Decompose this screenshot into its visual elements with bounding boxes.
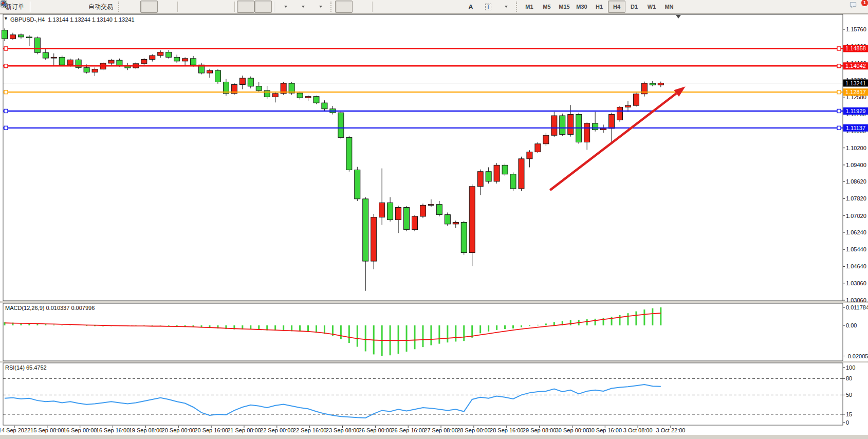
- line-handle[interactable]: [837, 109, 841, 113]
- fibonacci-button[interactable]: F: [445, 1, 462, 13]
- svg-text:15: 15: [846, 411, 852, 417]
- line-chart-button[interactable]: [158, 1, 175, 13]
- toolbar-separator: [372, 2, 373, 12]
- tile-windows-button[interactable]: [215, 1, 232, 13]
- svg-text:30 Sep 16:00: 30 Sep 16:00: [588, 427, 622, 433]
- toolbar-drag-handle[interactable]: [330, 2, 334, 12]
- signals-button[interactable]: [67, 1, 85, 13]
- svg-text:16 Sep 16:00: 16 Sep 16:00: [96, 427, 130, 433]
- line-handle[interactable]: [4, 126, 8, 130]
- indicators-button[interactable]: [311, 1, 329, 13]
- new-chart-caret-icon: [284, 6, 287, 8]
- svg-text:1.08620: 1.08620: [846, 178, 866, 185]
- svg-text:14 Sep 2022: 14 Sep 2022: [0, 427, 30, 433]
- svg-text:30 Sep 00:00: 30 Sep 00:00: [556, 427, 589, 433]
- search-icon: [0, 0, 8, 8]
- svg-text:3 Oct 08:00: 3 Oct 08:00: [623, 427, 653, 433]
- line-handle[interactable]: [837, 64, 841, 68]
- equidistant-channel-button[interactable]: E: [427, 1, 445, 13]
- svg-text:1.07020: 1.07020: [846, 213, 866, 219]
- macd-indicator-label: MACD(12,26,9) 0.010337 0.007996: [5, 305, 95, 311]
- timeframe-w1-button[interactable]: W1: [643, 1, 660, 13]
- timeframe-h4-button[interactable]: H4: [608, 1, 625, 13]
- rsi-indicator-label: RSI(14) 65.4752: [5, 364, 47, 371]
- cursor-button[interactable]: [335, 1, 353, 13]
- svg-text:21 Sep 08:00: 21 Sep 08:00: [227, 427, 261, 433]
- arrows-button[interactable]: [497, 1, 514, 13]
- text-button[interactable]: A: [462, 1, 479, 13]
- toolbar-separator: [274, 2, 274, 12]
- vertical-line-button[interactable]: [375, 1, 392, 13]
- horizontal-line-button[interactable]: [392, 1, 410, 13]
- candlestick-chart-button[interactable]: [140, 1, 158, 13]
- zoom-in-button[interactable]: [180, 1, 197, 13]
- navigator-button[interactable]: [50, 1, 67, 13]
- svg-text:1.09400: 1.09400: [846, 162, 866, 168]
- period-caret-icon: [302, 6, 305, 8]
- auto-trading-button[interactable]: 自动交易: [85, 1, 117, 13]
- chart-shift-button[interactable]: [254, 1, 272, 13]
- timeframe-d1-button[interactable]: D1: [625, 1, 643, 13]
- trendline-button[interactable]: [410, 1, 427, 13]
- timeframe-m15-button[interactable]: M15: [556, 1, 573, 13]
- svg-text:16 Sep 00:00: 16 Sep 00:00: [63, 427, 97, 433]
- svg-text:19 Sep 08:00: 19 Sep 08:00: [129, 427, 162, 433]
- timeframe-h1-button[interactable]: H1: [590, 1, 608, 13]
- line-handle[interactable]: [837, 90, 841, 94]
- toolbar-drag-handle[interactable]: [516, 2, 519, 12]
- timeframe-m30-button[interactable]: M30: [573, 1, 590, 13]
- toolbar-separator: [177, 2, 178, 12]
- svg-text:27 Sep 08:00: 27 Sep 08:00: [424, 427, 457, 433]
- svg-text:1.14042: 1.14042: [845, 63, 866, 69]
- auto-scroll-button[interactable]: [237, 1, 254, 13]
- svg-text:1.11137: 1.11137: [846, 125, 865, 131]
- line-handle[interactable]: [4, 109, 8, 113]
- svg-text:28 Sep 16:00: 28 Sep 16:00: [490, 427, 523, 433]
- svg-text:1.11929: 1.11929: [846, 108, 866, 114]
- bar-chart-button[interactable]: [123, 1, 140, 13]
- line-handle[interactable]: [837, 47, 841, 50]
- timeframe-m1-button[interactable]: M1: [521, 1, 538, 13]
- timeframe-mn-button[interactable]: MN: [660, 1, 678, 13]
- svg-text:50: 50: [846, 392, 852, 398]
- search-button[interactable]: [831, 1, 848, 13]
- window-bottom-strip: [0, 435, 868, 439]
- period-button[interactable]: [294, 1, 311, 13]
- text-label-icon: T: [485, 4, 491, 10]
- svg-text:1.05440: 1.05440: [846, 246, 866, 252]
- market-watch-button[interactable]: [32, 1, 50, 13]
- line-handle[interactable]: [4, 47, 8, 50]
- text-label-button[interactable]: T: [479, 1, 497, 13]
- panel-splitter[interactable]: [0, 301, 868, 303]
- svg-text:1.12817: 1.12817: [845, 89, 866, 95]
- mt4-window: 新订单 自动交易: [0, 0, 868, 439]
- svg-text:100: 100: [846, 364, 855, 371]
- new-chart-button[interactable]: [276, 1, 294, 13]
- chart-canvas[interactable]: 1.157601.149601.141601.133801.125801.117…: [0, 0, 868, 439]
- svg-text:1.03860: 1.03860: [846, 280, 866, 286]
- svg-text:26 Sep 00:00: 26 Sep 00:00: [359, 427, 392, 433]
- chart-menu-marker-icon[interactable]: ▼: [4, 16, 8, 21]
- toolbar-drag-handle[interactable]: [118, 2, 121, 12]
- crosshair-button[interactable]: [353, 1, 370, 13]
- panel-splitter[interactable]: [0, 361, 868, 362]
- svg-text:1.14858: 1.14858: [845, 45, 866, 51]
- toolbar-separator: [234, 2, 235, 12]
- svg-text:1.04640: 1.04640: [846, 263, 866, 269]
- svg-text:20 Sep 00:00: 20 Sep 00:00: [162, 427, 195, 433]
- svg-text:0.00: 0.00: [846, 322, 857, 328]
- time-axis: 14 Sep 202215 Sep 08:0016 Sep 00:0016 Se…: [0, 426, 685, 433]
- svg-text:80: 80: [846, 375, 852, 381]
- svg-text:3 Oct 22:00: 3 Oct 22:00: [656, 427, 686, 433]
- svg-text:1.06240: 1.06240: [846, 229, 866, 235]
- chat-button[interactable]: 1: [848, 1, 866, 13]
- svg-text:22 Sep 16:00: 22 Sep 16:00: [293, 427, 326, 433]
- timeframe-m5-button[interactable]: M5: [538, 1, 556, 13]
- line-handle[interactable]: [837, 126, 841, 130]
- line-handle[interactable]: [4, 64, 8, 68]
- svg-text:1.15760: 1.15760: [846, 26, 866, 32]
- chat-badge: 1: [861, 0, 868, 7]
- line-handle[interactable]: [4, 90, 8, 94]
- zoom-out-button[interactable]: [197, 1, 215, 13]
- toolbar-separator: [30, 2, 30, 12]
